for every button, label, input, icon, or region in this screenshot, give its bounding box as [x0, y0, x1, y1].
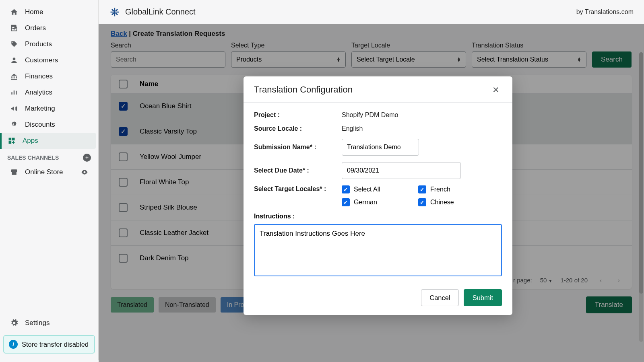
checkbox-icon [342, 185, 350, 193]
due-date-input[interactable] [342, 162, 461, 179]
sidebar-item-products[interactable]: Products [2, 36, 96, 52]
store-icon [10, 168, 19, 177]
home-icon [10, 8, 19, 16]
sidebar-item-discounts[interactable]: Discounts [2, 117, 96, 133]
sidebar-label: Settings [25, 319, 50, 327]
submission-name-label: Submission Name* : [254, 144, 342, 151]
app-logo-icon [109, 6, 120, 18]
due-date-label: Select Due Date* : [254, 167, 342, 174]
orders-icon [10, 24, 19, 33]
sidebar-label: Analytics [25, 88, 52, 97]
app-header: GlobalLink Connect by Translations.com [99, 0, 644, 24]
app-byline: by Translations.com [576, 8, 634, 16]
sidebar-label: Orders [25, 24, 46, 32]
checkbox-icon [342, 198, 350, 206]
sidebar-item-customers[interactable]: Customers [2, 52, 96, 68]
svg-rect-1 [12, 138, 15, 141]
sidebar-label: Customers [25, 56, 58, 64]
sidebar: Home Orders Products Customers Finances … [0, 0, 99, 360]
megaphone-icon [10, 104, 19, 113]
sidebar-item-orders[interactable]: Orders [2, 20, 96, 36]
sidebar-label: Apps [23, 137, 38, 145]
sidebar-item-home[interactable]: Home [2, 4, 96, 20]
sidebar-label: Finances [25, 72, 53, 80]
sidebar-label: Products [25, 40, 52, 48]
sidebar-item-settings[interactable]: Settings [2, 315, 96, 331]
app-title: GlobalLink Connect [125, 7, 196, 16]
sidebar-item-finances[interactable]: Finances [2, 68, 96, 84]
chart-icon [10, 88, 19, 97]
sidebar-label: Online Store [25, 168, 63, 176]
locale-chinese[interactable]: Chinese [418, 198, 495, 206]
target-locales-label: Select Target Locales* : [254, 185, 342, 193]
locale-french[interactable]: French [418, 185, 495, 193]
submission-name-input[interactable] [342, 139, 419, 156]
sidebar-label: Discounts [25, 121, 55, 129]
sidebar-item-analytics[interactable]: Analytics [2, 84, 96, 101]
cancel-button[interactable]: Cancel [421, 289, 458, 306]
sidebar-label: Marketing [25, 105, 55, 113]
person-icon [10, 56, 19, 65]
submit-button[interactable]: Submit [464, 289, 502, 306]
source-locale-label: Source Locale : [254, 125, 342, 132]
store-transfer-pill: i Store transfer disabled [3, 335, 95, 354]
svg-rect-0 [9, 138, 12, 141]
svg-rect-2 [9, 141, 12, 144]
tag-icon [10, 40, 19, 49]
project-value: Shopify PDM Demo [342, 111, 398, 119]
sidebar-item-apps[interactable]: Apps [0, 133, 96, 149]
bank-icon [10, 72, 19, 81]
sidebar-label: Home [25, 8, 43, 16]
discount-icon [10, 120, 19, 129]
checkbox-icon [418, 198, 426, 206]
checkbox-icon [418, 185, 426, 193]
translation-config-modal: Translation Configuration Project : Shop… [244, 76, 512, 315]
project-label: Project : [254, 111, 342, 119]
gear-icon [10, 319, 19, 327]
eye-icon[interactable] [80, 168, 89, 176]
info-icon: i [9, 340, 18, 349]
apps-icon [7, 136, 16, 145]
source-locale-value: English [342, 125, 363, 132]
locale-select-all[interactable]: Select All [342, 185, 418, 193]
modal-title: Translation Configuration [254, 84, 353, 95]
sidebar-item-marketing[interactable]: Marketing [2, 101, 96, 117]
modal-close-button[interactable] [490, 85, 502, 94]
sidebar-section-sales-channels: SALES CHANNELS [0, 149, 98, 164]
instructions-textarea[interactable] [254, 224, 502, 276]
add-channel-button[interactable] [83, 154, 91, 162]
locale-german[interactable]: German [342, 198, 418, 206]
instructions-label: Instructions : [254, 213, 502, 220]
sidebar-item-online-store[interactable]: Online Store [2, 164, 96, 180]
